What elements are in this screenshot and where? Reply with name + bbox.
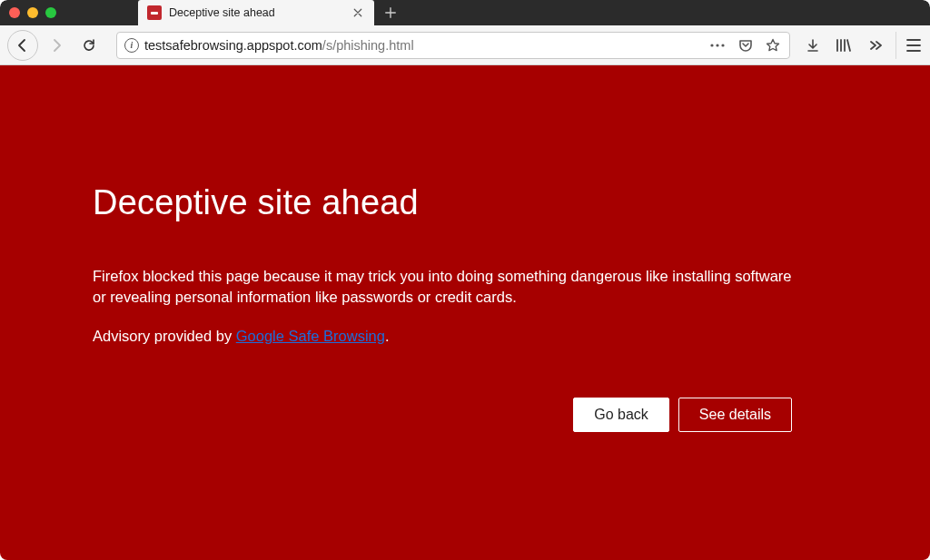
warning-container: Deceptive site ahead Firefox blocked thi…	[93, 65, 837, 432]
reload-button[interactable]	[74, 31, 104, 60]
tab-strip: Deceptive site ahead	[138, 0, 403, 25]
urlbar-actions	[709, 38, 782, 53]
pocket-icon[interactable]	[738, 38, 753, 53]
advisory-suffix: .	[385, 328, 390, 344]
address-bar[interactable]: i testsafebrowsing.appspot.com/s/phishin…	[116, 32, 790, 59]
forward-button[interactable]	[42, 31, 71, 60]
toolbar-right	[799, 32, 923, 59]
window-controls	[9, 7, 56, 18]
warning-title: Deceptive site ahead	[93, 183, 801, 222]
tab-title: Deceptive site ahead	[169, 6, 343, 19]
url-path: /s/phishing.html	[322, 38, 414, 53]
page-actions-button[interactable]	[709, 43, 726, 48]
library-button[interactable]	[830, 32, 857, 59]
browser-tab[interactable]: Deceptive site ahead	[138, 0, 374, 25]
url-domain: testsafebrowsing.appspot.com	[144, 38, 322, 53]
tab-favicon	[147, 5, 162, 20]
warning-body: Firefox blocked this page because it may…	[93, 266, 801, 308]
see-details-button[interactable]: See details	[678, 398, 792, 432]
new-tab-button[interactable]	[378, 0, 403, 25]
back-button[interactable]	[7, 30, 38, 61]
advisory-prefix: Advisory provided by	[93, 328, 236, 344]
app-menu-button[interactable]	[895, 32, 923, 59]
site-info-icon[interactable]: i	[124, 38, 139, 53]
warning-buttons: Go back See details	[93, 398, 801, 432]
close-window-button[interactable]	[9, 7, 20, 18]
overflow-button[interactable]	[861, 32, 888, 59]
window-titlebar: Deceptive site ahead	[0, 0, 930, 25]
svg-point-0	[710, 44, 713, 46]
minimize-window-button[interactable]	[27, 7, 38, 18]
url-text: testsafebrowsing.appspot.com/s/phishing.…	[144, 38, 704, 53]
page-content: Deceptive site ahead Firefox blocked thi…	[0, 65, 930, 560]
svg-point-2	[721, 44, 724, 46]
tab-close-button[interactable]	[351, 5, 365, 20]
bookmark-star-icon[interactable]	[766, 38, 780, 53]
downloads-button[interactable]	[799, 32, 826, 59]
warning-advisory: Advisory provided by Google Safe Browsin…	[93, 326, 801, 347]
svg-point-1	[716, 44, 718, 46]
navigation-toolbar: i testsafebrowsing.appspot.com/s/phishin…	[0, 25, 930, 65]
fullscreen-window-button[interactable]	[45, 7, 56, 18]
go-back-button[interactable]: Go back	[573, 398, 669, 432]
google-safe-browsing-link[interactable]: Google Safe Browsing	[236, 328, 385, 344]
